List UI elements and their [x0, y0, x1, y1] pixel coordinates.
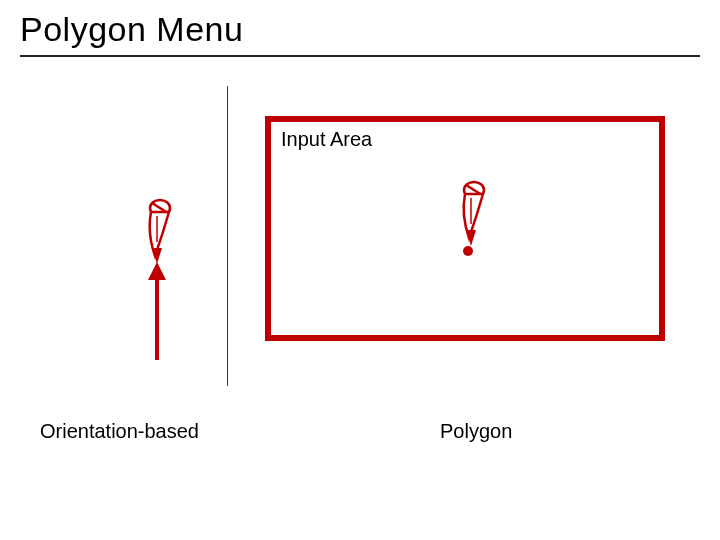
title-rule — [20, 55, 700, 57]
input-area-label-wrap: Input Area — [281, 128, 372, 151]
caption-polygon: Polygon — [440, 420, 512, 443]
pen-icon — [137, 198, 177, 276]
orientation-diagram — [40, 100, 220, 380]
page-title: Polygon Menu — [20, 10, 700, 49]
input-area-label: Input Area — [281, 128, 372, 150]
title-block: Polygon Menu — [20, 10, 700, 57]
input-area-box[interactable]: Input Area — [265, 116, 665, 341]
vertical-divider — [227, 86, 228, 386]
pen-icon — [451, 180, 491, 258]
arrow-shaft — [155, 278, 159, 360]
slide: Polygon Menu Input Area Orientation-base… — [0, 0, 720, 540]
caption-orientation: Orientation-based — [40, 420, 199, 443]
